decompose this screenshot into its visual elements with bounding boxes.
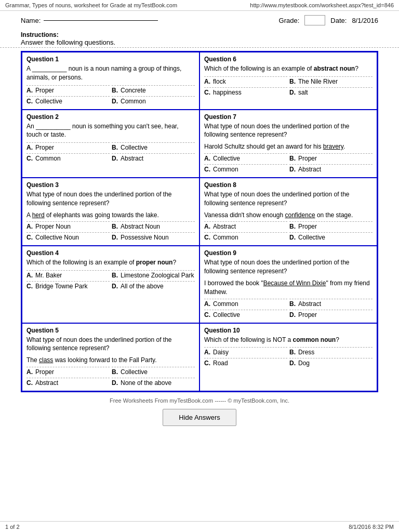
q10-answer-a: A.Daisy	[204, 347, 287, 357]
q10-answer-b: B.Dress	[289, 347, 373, 357]
q4-answer-c: C.Bridge Towne Park	[26, 281, 110, 291]
q5-text: What type of noun does the underlined po…	[26, 336, 195, 353]
top-bar-left: Grammar, Types of nouns, worksheet for G…	[5, 2, 177, 8]
question-cell-q10: Question 10 Which of the following is NO…	[200, 323, 377, 391]
q10-answer-d: D.Dog	[289, 358, 373, 368]
question-cell-q4: Question 4 Which of the following is an …	[22, 246, 200, 323]
top-bar-right: http://www.mytestbook.com/worksheet.aspx…	[250, 2, 394, 8]
q3-sentence: A herd of elephants was going towards th…	[26, 211, 195, 220]
q8-number: Question 8	[204, 181, 373, 189]
q7-sentence: Harold Schultz should get an award for h…	[204, 142, 373, 151]
q1-text: A __________ noun is a noun naming a gro…	[26, 64, 195, 82]
q1-answer-b: B.Concrete	[112, 85, 195, 95]
q9-answer-d: D.Proper	[289, 310, 373, 320]
page-indicator: 1 of 2	[5, 524, 20, 530]
q6-text: Which of the following is an example of …	[204, 64, 373, 73]
q3-text: What type of noun does the underlined po…	[26, 190, 195, 208]
grade-date: Grade: Date: 8/1/2016	[279, 15, 378, 25]
instructions: Instructions: Answer the following quest…	[0, 30, 399, 48]
q9-answer-b: B.Abstract	[289, 299, 373, 309]
date-label: Date:	[330, 17, 347, 24]
q3-number: Question 3	[26, 181, 195, 189]
q2-number: Question 2	[26, 113, 195, 121]
question-cell-q5: Question 5 What type of noun does the un…	[22, 323, 200, 391]
q6-answer-c: C.happiness	[204, 87, 287, 97]
timestamp: 8/1/2016 8:32 PM	[349, 524, 394, 530]
q9-answers: A.Common B.Abstract C.Collective D.Prope…	[204, 299, 373, 320]
q10-answers: A.Daisy B.Dress C.Road D.Dog	[204, 347, 373, 368]
instructions-label: Instructions:	[21, 31, 59, 38]
q3-answer-c: C.Collective Noun	[26, 232, 110, 242]
q5-sentence: The class was looking forward to the Fal…	[26, 356, 195, 365]
hide-answers-button[interactable]: Hide Answers	[163, 409, 236, 426]
grade-label: Grade:	[279, 17, 300, 24]
q8-text: What type of noun does the underlined po…	[204, 190, 373, 208]
q7-answer-d: D.Abstract	[289, 164, 373, 174]
questions-grid: Question 1 A __________ noun is a noun n…	[21, 51, 378, 392]
q7-answers: A.Collective B.Proper C.Common D.Abstrac…	[204, 153, 373, 174]
q2-answers: A.Proper B.Collective C.Common D.Abstrac…	[26, 142, 195, 163]
q5-answer-a: A.Proper	[26, 367, 110, 377]
question-cell-q6: Question 6 Which of the following is an …	[200, 52, 377, 110]
q6-answers: A.flock B.The Nile River C.happiness D.s…	[204, 76, 373, 97]
q5-answer-d: D.None of the above	[112, 378, 195, 388]
q2-answer-a: A.Proper	[26, 142, 110, 152]
question-cell-q3: Question 3 What type of noun does the un…	[22, 178, 200, 246]
q1-number: Question 1	[26, 56, 195, 63]
q3-answer-b: B.Abstract Noun	[112, 221, 195, 231]
name-field: Name:	[21, 17, 158, 24]
q7-answer-c: C.Common	[204, 164, 287, 174]
question-cell-q9: Question 9 What type of noun does the un…	[200, 246, 377, 323]
q2-answer-c: C.Common	[26, 153, 110, 163]
q4-text: Which of the following is an example of …	[26, 258, 195, 267]
question-cell-q1: Question 1 A __________ noun is a noun n…	[22, 52, 200, 110]
q8-answer-d: D.Collective	[289, 232, 373, 242]
top-bar: Grammar, Types of nouns, worksheet for G…	[0, 0, 399, 11]
question-cell-q2: Question 2 An __________ noun is somethi…	[22, 110, 200, 178]
date-value: 8/1/2016	[352, 17, 378, 24]
question-cell-q7: Question 7 What type of noun does the un…	[200, 110, 377, 178]
q8-answer-c: C.Common	[204, 232, 287, 242]
grade-box	[304, 15, 325, 25]
question-cell-q8: Question 8 What type of noun does the un…	[200, 178, 377, 246]
q9-sentence: I borrowed the book "Because of Winn Dix…	[204, 279, 373, 297]
q7-number: Question 7	[204, 113, 373, 121]
q9-answer-c: C.Collective	[204, 310, 287, 320]
bottom-bar: 1 of 2 8/1/2016 8:32 PM	[0, 521, 399, 532]
q6-answer-b: B.The Nile River	[289, 76, 373, 86]
footer-text: Free Worksheets From myTestBook.com ----…	[21, 397, 378, 404]
q5-answers: A.Proper B.Collective C.Abstract D.None …	[26, 367, 195, 388]
q10-number: Question 10	[204, 327, 373, 334]
q6-answer-d: D.salt	[289, 87, 373, 97]
q4-answer-d: D.All of the above	[112, 281, 195, 291]
q6-answer-a: A.flock	[204, 76, 287, 86]
q5-number: Question 5	[26, 327, 195, 334]
name-label: Name:	[21, 17, 41, 24]
q7-answer-a: A.Collective	[204, 153, 287, 163]
q1-answer-c: C.Collective	[26, 96, 110, 106]
q4-number: Question 4	[26, 249, 195, 257]
q8-answers: A.Abstract B.Proper C.Common D.Collectiv…	[204, 221, 373, 242]
q7-text: What type of noun does the underlined po…	[204, 122, 373, 140]
q2-answer-d: D.Abstract	[112, 153, 195, 163]
q9-text: What type of noun does the underlined po…	[204, 258, 373, 276]
q10-text: Which of the following is NOT a common n…	[204, 336, 373, 344]
q2-answer-b: B.Collective	[112, 142, 195, 152]
q8-answer-a: A.Abstract	[204, 221, 287, 231]
q10-answer-c: C.Road	[204, 358, 287, 368]
q8-answer-b: B.Proper	[289, 221, 373, 231]
q4-answer-b: B.Limestone Zoological Park	[112, 270, 195, 280]
q3-answer-d: D.Possessive Noun	[112, 232, 195, 242]
q5-answer-c: C.Abstract	[26, 378, 110, 388]
q1-answers: A.Proper B.Concrete C.Collective D.Commo…	[26, 85, 195, 106]
q6-number: Question 6	[204, 56, 373, 63]
name-grade-row: Name: Grade: Date: 8/1/2016	[21, 15, 378, 25]
q9-answer-a: A.Common	[204, 299, 287, 309]
name-line	[44, 20, 158, 21]
q5-answer-b: B.Collective	[112, 367, 195, 377]
q7-answer-b: B.Proper	[289, 153, 373, 163]
q4-answers: A.Mr. Baker B.Limestone Zoological Park …	[26, 270, 195, 291]
q3-answer-a: A.Proper Noun	[26, 221, 110, 231]
worksheet: Question 1 A __________ noun is a noun n…	[0, 48, 399, 434]
instructions-text: Answer the following questions.	[21, 38, 115, 46]
